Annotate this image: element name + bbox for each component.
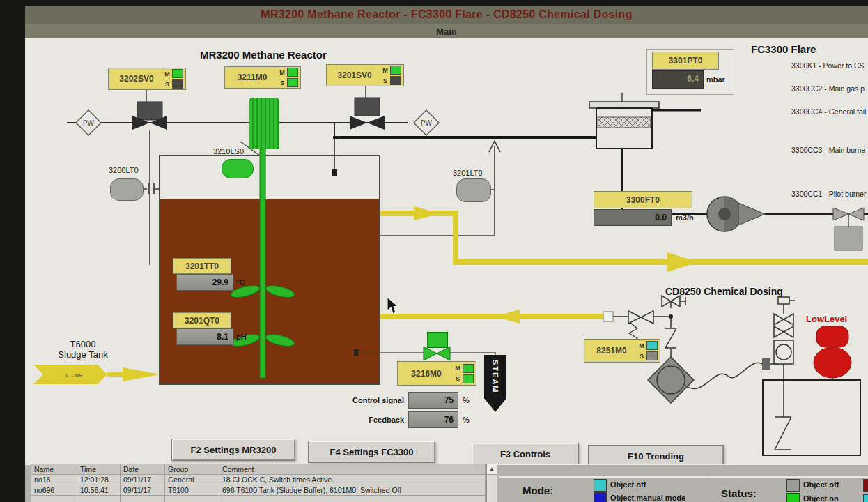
alarm-row-cell[interactable]: no696	[31, 485, 77, 496]
ph-unit: pH	[236, 333, 247, 341]
mixer-motor-icon[interactable]	[249, 98, 279, 149]
alarm-row-cell[interactable]: 09/11/17	[121, 475, 165, 485]
mode-label: Mode:	[522, 485, 553, 496]
status-indicator	[646, 351, 658, 360]
device-tag-3201SV0[interactable]: 3201SV0 M S	[326, 64, 404, 86]
control-signal-value: 75	[408, 392, 458, 409]
status-label: Status:	[721, 487, 757, 499]
flare-status-line: 3300K1 - Power to CS	[791, 61, 868, 70]
col-header-comment: Comment	[219, 464, 486, 475]
feedback-unit: %	[463, 416, 470, 424]
level-transmitter-icon[interactable]	[110, 178, 144, 201]
temp-tag[interactable]: 3201TT0	[173, 258, 231, 274]
flow-tag[interactable]: 3300FT0	[594, 191, 692, 208]
mode-off-swatch	[594, 479, 607, 492]
valve-icon[interactable]	[833, 208, 848, 220]
scroll-up-icon[interactable]: ▲	[487, 464, 497, 475]
alarm-row-cell[interactable]	[219, 496, 486, 502]
valve-icon[interactable]	[848, 208, 864, 220]
svg-text:PW: PW	[421, 119, 433, 127]
level-switch-label: 3210LS0	[213, 147, 244, 155]
level-transmitter-label: 3201LT0	[453, 169, 483, 177]
steam-valve-icon[interactable]	[424, 347, 437, 360]
flow-arrow-icon	[495, 310, 520, 324]
alarm-row-cell[interactable]: T6100	[165, 485, 219, 496]
level-transmitter-icon[interactable]	[456, 178, 491, 202]
svg-text:PW: PW	[83, 119, 95, 127]
alarm-row-cell[interactable]: no18	[31, 475, 77, 485]
mode-legend: Mode: Object off Object manual mode	[499, 476, 708, 502]
device-tag-3211M0[interactable]: 3211M0 M S	[224, 66, 301, 89]
flow-value: 0.0	[594, 209, 672, 226]
status-on-swatch	[786, 493, 800, 502]
device-tag-8251M0[interactable]: 8251M0 M S	[584, 339, 660, 363]
alarm-row-cell[interactable]: 09/11/17	[121, 485, 165, 496]
bottom-panel: Name Time Date Group Comment no18 12:01:…	[25, 464, 868, 502]
flare-status-line: 3300CC2 - Main gas p	[791, 84, 868, 93]
settings-mr3200-button[interactable]: F2 Settings MR3200	[171, 439, 295, 461]
alarm-row-cell[interactable]: 18 CLOCK C, Switch times Active	[219, 475, 486, 485]
control-signal-label: Control signal	[327, 396, 404, 404]
control-signal-unit: %	[463, 396, 470, 404]
temp-unit: °C	[236, 278, 245, 287]
level-switch-icon[interactable]	[222, 159, 254, 178]
alarm-row-cell[interactable]	[121, 496, 165, 502]
status-indicator	[390, 76, 401, 85]
steam-valve-icon[interactable]	[437, 347, 450, 360]
valve-icon[interactable]	[350, 116, 367, 130]
sludge-feed-banner: T→MR	[33, 365, 160, 384]
alarm-table: Name Time Date Group Comment no18 12:01:…	[31, 464, 486, 502]
pressure-unit: mbar	[706, 75, 725, 84]
mode-indicator	[287, 68, 298, 77]
flow-unit: m3/h	[676, 213, 694, 222]
mode-indicator	[463, 364, 474, 373]
col-header-time: Time	[77, 464, 121, 475]
dosing-pump-icon[interactable]	[648, 357, 694, 403]
feedback-label: Feedback	[327, 416, 404, 424]
alarm-row-cell[interactable]: General	[165, 475, 219, 485]
sludge-tank-label: T6000 Sludge Tank	[31, 339, 135, 360]
alarm-row-cell[interactable]: 696 T6100 Tank (Sludge Buffer), 6101M0, …	[219, 485, 486, 496]
ph-value: 8.1	[176, 328, 233, 345]
cursor-icon	[385, 296, 403, 318]
col-header-date: Date	[121, 464, 165, 475]
alarm-row-cell[interactable]	[77, 496, 121, 502]
pressure-tag[interactable]: 3301PT0	[652, 52, 719, 70]
agitator-icon	[230, 146, 295, 378]
mode-manual-swatch	[594, 492, 607, 502]
mode-indicator	[646, 341, 658, 350]
controls-button[interactable]: F3 Controls	[472, 443, 579, 465]
level-transmitter-label: 3200LT0	[109, 166, 139, 174]
col-header-group: Group	[165, 464, 219, 475]
valve-icon[interactable]	[367, 116, 385, 130]
alarm-row-cell[interactable]	[31, 496, 77, 502]
status-freq-swatch	[863, 494, 868, 502]
blower-icon[interactable]	[707, 197, 765, 231]
pressure-value: 6.4	[652, 70, 704, 89]
status-indicator	[172, 79, 183, 89]
flow-arrow-icon	[667, 252, 698, 272]
device-tag-3202SV0[interactable]: 3202SV0 M S	[108, 68, 186, 90]
col-header-name: Name	[31, 464, 77, 475]
valve-actuator-icon	[835, 227, 862, 250]
mode-indicator	[172, 69, 183, 78]
flare-icon	[589, 93, 659, 149]
device-tag-3216M0[interactable]: 3216M0 M S	[397, 361, 476, 386]
valve-actuator-icon	[355, 98, 380, 116]
status-thermal-swatch	[863, 479, 868, 492]
flare-status-line: 3300CC1 - Pilot burner	[791, 190, 868, 198]
alarm-row-cell[interactable]: 10:56:41	[77, 485, 121, 496]
feedback-value: 76	[408, 411, 458, 428]
steam-valve-actuator-icon	[427, 332, 448, 348]
alarm-scrollbar[interactable]: ▲	[486, 464, 497, 502]
flare-status-line: 3300CC3 - Main burne	[791, 146, 868, 154]
ph-tag[interactable]: 3201QT0	[173, 312, 231, 328]
settings-fc3300-button[interactable]: F4 Settings FC3300	[308, 441, 435, 463]
low-level-indicator-icon	[814, 326, 851, 380]
flare-status-line: 3300CC4 - General fail	[791, 107, 868, 116]
alarm-row-cell[interactable]	[165, 496, 219, 502]
svg-text:T→MR: T→MR	[65, 372, 83, 379]
valve-actuator-icon	[137, 102, 162, 120]
temp-value: 29.9	[176, 274, 233, 291]
alarm-row-cell[interactable]: 12:01:28	[77, 475, 121, 485]
